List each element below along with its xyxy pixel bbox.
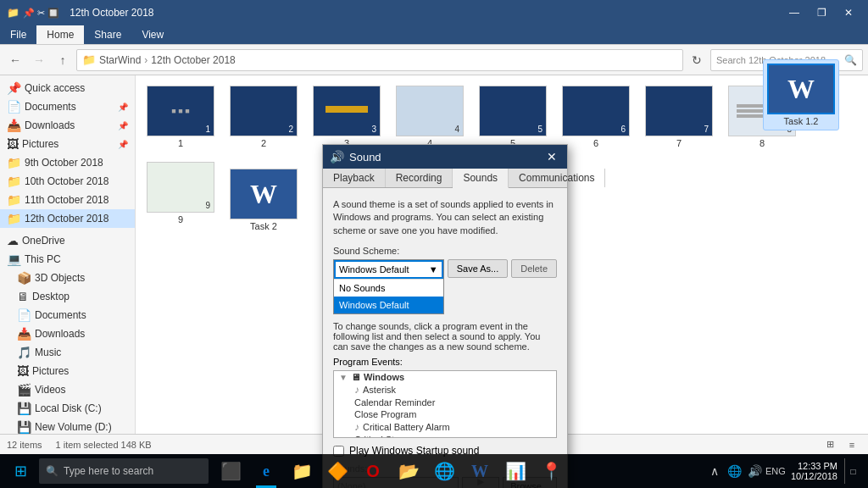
sidebar-music-label: Music xyxy=(35,347,61,358)
tab-communications[interactable]: Communications xyxy=(509,169,605,187)
address-bar[interactable]: 📁 StarWind › 12th October 2018 xyxy=(76,49,683,71)
slide-thumb-1: ■ ■ ■ 1 xyxy=(147,86,214,136)
tray-network-icon[interactable]: 🌐 xyxy=(726,458,743,484)
event-calendar[interactable]: Calendar Reminder xyxy=(334,396,556,408)
file-item-task12[interactable]: W Task 1.2 xyxy=(763,75,839,130)
delete-button[interactable]: Delete xyxy=(511,259,557,278)
ribbon-tabs: File Home Share View xyxy=(0,25,868,44)
taskbar-edge[interactable]: e xyxy=(249,454,283,488)
event-close[interactable]: Close Program xyxy=(334,408,556,420)
file-label-7: 7 xyxy=(676,138,682,148)
selected-info: 1 item selected 148 KB xyxy=(56,440,152,450)
file-item-slide9[interactable]: 9 9 xyxy=(142,158,219,235)
save-as-button[interactable]: Save As... xyxy=(448,259,509,278)
sidebar-videos-label: Videos xyxy=(35,384,65,396)
dialog-description: A sound theme is a set of sounds applied… xyxy=(333,198,557,237)
sidebar-item-videos[interactable]: 🎬 Videos xyxy=(0,380,135,399)
dropdown-value: Windows Default xyxy=(339,264,409,274)
sidebar-item-desktop[interactable]: 🖥 Desktop xyxy=(0,287,135,306)
sidebar-item-pics2[interactable]: 🖼 Pictures xyxy=(0,362,135,380)
sidebar-item-downloads[interactable]: 📥 Downloads 📌 xyxy=(0,116,135,135)
taskbar-clock[interactable]: 12:33 PM 10/12/2018 xyxy=(787,461,841,481)
tab-sounds[interactable]: Sounds xyxy=(453,169,509,188)
taskbar-vlc[interactable]: 🔶 xyxy=(320,454,354,488)
refresh-button[interactable]: ↻ xyxy=(687,50,707,70)
sound-scheme-dropdown[interactable]: Windows Default ▼ No Sounds Windows Defa… xyxy=(333,259,557,314)
file-item-slide4[interactable]: 4 4 xyxy=(392,82,468,152)
slide-thumb-6: 6 xyxy=(562,86,630,136)
asterisk-label: Asterisk xyxy=(363,385,396,395)
forward-button[interactable]: → xyxy=(29,50,49,70)
event-asterisk[interactable]: ♪ Asterisk xyxy=(334,383,556,396)
tab-recording[interactable]: Recording xyxy=(386,169,453,187)
start-button[interactable]: ⊞ xyxy=(3,454,37,488)
tab-file[interactable]: File xyxy=(0,25,36,44)
taskbar-files[interactable]: 📂 xyxy=(392,454,426,488)
sidebar-item-12th[interactable]: 📁 12th October 2018 xyxy=(0,209,135,228)
close-button[interactable]: ✕ xyxy=(836,3,861,22)
maximize-button[interactable]: ❐ xyxy=(809,3,834,22)
event-windows-group[interactable]: ▼ 🖥 Windows xyxy=(334,371,556,383)
sidebar-item-thispc[interactable]: 💻 This PC xyxy=(0,250,135,269)
sidebar-item-11th[interactable]: 📁 11th October 2018 xyxy=(0,191,135,209)
sidebar-item-docs2[interactable]: 📄 Documents xyxy=(0,306,135,324)
tab-view[interactable]: View xyxy=(131,25,174,44)
tab-home[interactable]: Home xyxy=(36,25,84,44)
sidebar-documents-label: Documents xyxy=(25,101,76,113)
tab-playback[interactable]: Playback xyxy=(323,169,386,187)
taskbar-app1[interactable]: 📊 xyxy=(498,454,532,488)
event-critical-battery[interactable]: ♪ Critical Battery Alarm xyxy=(334,420,556,434)
file-label-1: 1 xyxy=(178,138,183,148)
file-item-slide2[interactable]: 2 2 xyxy=(225,82,302,152)
minimize-button[interactable]: — xyxy=(782,3,807,22)
breadcrumb-starwind-label[interactable]: StarWind xyxy=(99,54,141,66)
sidebar-quick-access[interactable]: 📌 Quick access xyxy=(0,79,135,97)
sidebar-11th-label: 11th October 2018 xyxy=(25,194,108,206)
sidebar-item-music[interactable]: 🎵 Music xyxy=(0,343,135,362)
show-desktop-button[interactable]: □ xyxy=(844,458,861,484)
taskbar-file-explorer[interactable]: 📁 xyxy=(285,454,319,488)
up-button[interactable]: ↑ xyxy=(53,50,73,70)
tray-speaker-icon[interactable]: 🔊 xyxy=(747,458,764,484)
dialog-close-button[interactable]: ✕ xyxy=(543,148,560,165)
event-critical-stop[interactable]: Critical Stop xyxy=(334,434,556,438)
file-item-slide5[interactable]: 5 5 xyxy=(475,82,551,152)
taskbar-word[interactable]: W xyxy=(463,454,497,488)
taskbar-task-view[interactable]: ⬛ xyxy=(214,454,248,488)
sidebar-onedrive-label: OneDrive xyxy=(22,235,65,247)
sidebar-item-3dobjects[interactable]: 📦 3D Objects xyxy=(0,269,135,287)
back-button[interactable]: ← xyxy=(5,50,25,70)
file-item-slide1[interactable]: ■ ■ ■ 1 1 xyxy=(142,82,219,152)
file-item-slide7[interactable]: 7 7 xyxy=(641,82,717,152)
sidebar-item-9th[interactable]: 📁 9th October 2018 xyxy=(0,153,135,172)
dropdown-box[interactable]: Windows Default ▼ No Sounds Windows Defa… xyxy=(333,259,444,314)
file-item-task2[interactable]: W Task 2 xyxy=(225,165,302,235)
list-view-button[interactable]: ≡ xyxy=(843,436,861,453)
edge-icon: e xyxy=(263,463,270,480)
grid-view-button[interactable]: ⊞ xyxy=(821,436,839,453)
option-no-sounds[interactable]: No Sounds xyxy=(334,280,443,297)
taskbar-search[interactable]: 🔍 Type here to search xyxy=(39,458,209,484)
taskbar-app2[interactable]: 📍 xyxy=(534,454,568,488)
sidebar-item-downloads2[interactable]: 📥 Downloads xyxy=(0,324,135,343)
sidebar-thispc-label: This PC xyxy=(25,253,61,265)
sidebar-item-10th[interactable]: 📁 10th October 2018 xyxy=(0,172,135,191)
tray-chevron-icon[interactable]: ∧ xyxy=(706,458,723,484)
sidebar-item-documents[interactable]: 📄 Documents 📌 xyxy=(0,97,135,116)
sidebar: 📌 Quick access 📄 Documents 📌 📥 Downloads… xyxy=(0,75,136,446)
dropdown-list: No Sounds Windows Default xyxy=(334,279,443,313)
file-item-slide3[interactable]: 3 3 xyxy=(309,82,385,152)
breadcrumb-date-label[interactable]: 12th October 2018 xyxy=(151,54,235,66)
sidebar-item-pictures[interactable]: 🖼 Pictures 📌 xyxy=(0,135,135,153)
file-item-slide6[interactable]: 6 6 xyxy=(558,82,634,152)
taskbar-chrome[interactable]: 🌐 xyxy=(427,454,461,488)
dropdown-selected[interactable]: Windows Default ▼ xyxy=(334,260,443,279)
sidebar-item-localc[interactable]: 💾 Local Disk (C:) xyxy=(0,399,135,418)
sidebar-item-onedrive[interactable]: ☁ OneDrive xyxy=(0,231,135,250)
slide-thumb-2: 2 xyxy=(230,86,298,136)
taskbar-opera[interactable]: O xyxy=(356,454,390,488)
tab-share[interactable]: Share xyxy=(84,25,131,44)
option-windows-default[interactable]: Windows Default xyxy=(334,297,443,313)
tray-lang-icon[interactable]: ENG xyxy=(767,458,784,484)
sidebar-docs2-label: Documents xyxy=(35,309,86,321)
